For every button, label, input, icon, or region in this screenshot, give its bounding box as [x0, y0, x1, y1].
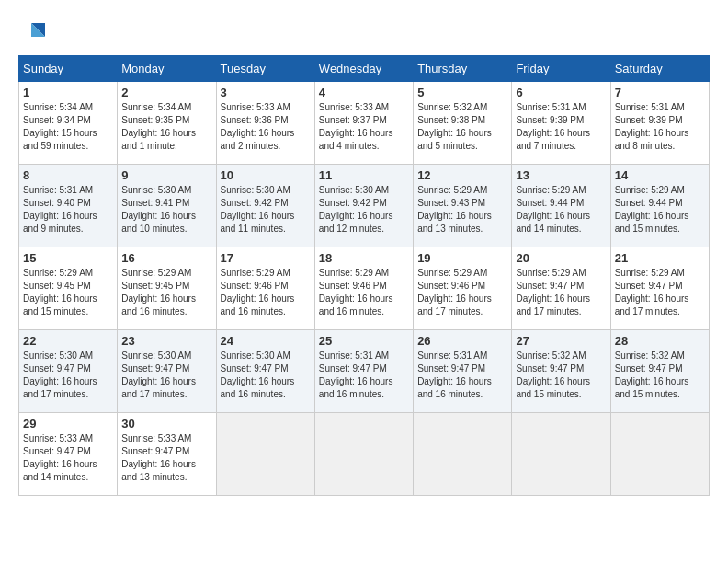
calendar-cell: 17 Sunrise: 5:29 AM Sunset: 9:46 PM Dayl… — [216, 247, 314, 330]
calendar-cell: 22 Sunrise: 5:30 AM Sunset: 9:47 PM Dayl… — [19, 330, 118, 413]
day-info: Sunrise: 5:32 AM Sunset: 9:47 PM Dayligh… — [615, 350, 705, 401]
day-info: Sunrise: 5:33 AM Sunset: 9:47 PM Dayligh… — [23, 432, 113, 484]
day-info: Sunrise: 5:29 AM Sunset: 9:44 PM Dayligh… — [615, 184, 705, 236]
calendar-cell: 7 Sunrise: 5:31 AM Sunset: 9:39 PM Dayli… — [610, 82, 709, 165]
day-number: 13 — [516, 168, 606, 182]
day-number: 18 — [319, 251, 409, 265]
calendar-cell — [610, 413, 709, 496]
logo — [18, 18, 50, 46]
page-header — [18, 18, 710, 46]
logo-icon — [22, 18, 50, 46]
day-number: 24 — [221, 334, 311, 348]
calendar-cell — [512, 413, 610, 496]
day-number: 23 — [121, 334, 211, 348]
day-info: Sunrise: 5:29 AM Sunset: 9:46 PM Dayligh… — [221, 267, 311, 318]
day-info: Sunrise: 5:29 AM Sunset: 9:47 PM Dayligh… — [516, 267, 606, 318]
day-number: 20 — [516, 251, 606, 265]
day-number: 3 — [221, 86, 311, 99]
calendar-cell: 6 Sunrise: 5:31 AM Sunset: 9:39 PM Dayli… — [512, 82, 610, 165]
day-info: Sunrise: 5:29 AM Sunset: 9:46 PM Dayligh… — [417, 267, 507, 318]
calendar-cell — [216, 413, 314, 496]
day-number: 25 — [319, 334, 409, 348]
day-info: Sunrise: 5:31 AM Sunset: 9:40 PM Dayligh… — [23, 184, 113, 236]
day-number: 1 — [23, 86, 113, 99]
day-number: 5 — [417, 86, 507, 99]
day-info: Sunrise: 5:33 AM Sunset: 9:47 PM Dayligh… — [121, 432, 211, 484]
calendar-cell: 12 Sunrise: 5:29 AM Sunset: 9:43 PM Dayl… — [414, 165, 512, 247]
day-number: 15 — [23, 251, 113, 265]
day-info: Sunrise: 5:31 AM Sunset: 9:47 PM Dayligh… — [319, 350, 409, 401]
day-info: Sunrise: 5:30 AM Sunset: 9:41 PM Dayligh… — [121, 184, 211, 236]
calendar-week-row: 8 Sunrise: 5:31 AM Sunset: 9:40 PM Dayli… — [19, 165, 710, 247]
day-info: Sunrise: 5:31 AM Sunset: 9:39 PM Dayligh… — [615, 101, 705, 153]
day-info: Sunrise: 5:30 AM Sunset: 9:47 PM Dayligh… — [121, 350, 211, 401]
calendar-cell: 14 Sunrise: 5:29 AM Sunset: 9:44 PM Dayl… — [610, 165, 709, 247]
calendar-cell — [414, 413, 512, 496]
calendar-cell: 29 Sunrise: 5:33 AM Sunset: 9:47 PM Dayl… — [19, 413, 118, 496]
day-info: Sunrise: 5:34 AM Sunset: 9:34 PM Dayligh… — [23, 101, 113, 153]
calendar-cell: 26 Sunrise: 5:31 AM Sunset: 9:47 PM Dayl… — [414, 330, 512, 413]
header-thursday: Thursday — [414, 56, 512, 82]
day-number: 22 — [23, 334, 113, 348]
calendar-cell: 20 Sunrise: 5:29 AM Sunset: 9:47 PM Dayl… — [512, 247, 610, 330]
day-info: Sunrise: 5:29 AM Sunset: 9:47 PM Dayligh… — [615, 267, 705, 318]
day-number: 28 — [615, 334, 705, 348]
calendar-cell: 30 Sunrise: 5:33 AM Sunset: 9:47 PM Dayl… — [118, 413, 216, 496]
calendar-cell: 27 Sunrise: 5:32 AM Sunset: 9:47 PM Dayl… — [512, 330, 610, 413]
calendar-cell: 5 Sunrise: 5:32 AM Sunset: 9:38 PM Dayli… — [414, 82, 512, 165]
header-saturday: Saturday — [610, 56, 709, 82]
calendar-cell: 25 Sunrise: 5:31 AM Sunset: 9:47 PM Dayl… — [314, 330, 413, 413]
calendar-cell: 11 Sunrise: 5:30 AM Sunset: 9:42 PM Dayl… — [314, 165, 413, 247]
calendar-week-row: 29 Sunrise: 5:33 AM Sunset: 9:47 PM Dayl… — [19, 413, 710, 496]
day-number: 2 — [121, 86, 211, 99]
header-monday: Monday — [118, 56, 216, 82]
day-number: 17 — [221, 251, 311, 265]
day-number: 7 — [615, 86, 705, 99]
day-number: 14 — [615, 168, 705, 182]
calendar-cell: 1 Sunrise: 5:34 AM Sunset: 9:34 PM Dayli… — [19, 82, 118, 165]
day-info: Sunrise: 5:30 AM Sunset: 9:42 PM Dayligh… — [221, 184, 311, 236]
day-number: 4 — [319, 86, 409, 99]
header-wednesday: Wednesday — [314, 56, 413, 82]
day-info: Sunrise: 5:31 AM Sunset: 9:47 PM Dayligh… — [417, 350, 507, 401]
day-info: Sunrise: 5:33 AM Sunset: 9:37 PM Dayligh… — [319, 101, 409, 153]
day-number: 19 — [417, 251, 507, 265]
calendar-cell: 13 Sunrise: 5:29 AM Sunset: 9:44 PM Dayl… — [512, 165, 610, 247]
day-info: Sunrise: 5:31 AM Sunset: 9:39 PM Dayligh… — [516, 101, 606, 153]
day-info: Sunrise: 5:29 AM Sunset: 9:46 PM Dayligh… — [319, 267, 409, 318]
day-number: 6 — [516, 86, 606, 99]
day-number: 26 — [417, 334, 507, 348]
calendar-header-row: SundayMondayTuesdayWednesdayThursdayFrid… — [19, 56, 710, 82]
day-number: 9 — [121, 168, 211, 182]
calendar-cell: 23 Sunrise: 5:30 AM Sunset: 9:47 PM Dayl… — [118, 330, 216, 413]
day-number: 12 — [417, 168, 507, 182]
day-number: 27 — [516, 334, 606, 348]
calendar-cell — [314, 413, 413, 496]
day-number: 10 — [221, 168, 311, 182]
day-number: 30 — [121, 417, 211, 431]
day-number: 8 — [23, 168, 113, 182]
day-number: 16 — [121, 251, 211, 265]
calendar-cell: 9 Sunrise: 5:30 AM Sunset: 9:41 PM Dayli… — [118, 165, 216, 247]
header-friday: Friday — [512, 56, 610, 82]
day-info: Sunrise: 5:30 AM Sunset: 9:47 PM Dayligh… — [221, 350, 311, 401]
calendar-cell: 2 Sunrise: 5:34 AM Sunset: 9:35 PM Dayli… — [118, 82, 216, 165]
calendar-cell: 10 Sunrise: 5:30 AM Sunset: 9:42 PM Dayl… — [216, 165, 314, 247]
header-sunday: Sunday — [19, 56, 118, 82]
day-info: Sunrise: 5:34 AM Sunset: 9:35 PM Dayligh… — [121, 101, 211, 153]
day-info: Sunrise: 5:29 AM Sunset: 9:43 PM Dayligh… — [417, 184, 507, 236]
day-number: 11 — [319, 168, 409, 182]
calendar-week-row: 1 Sunrise: 5:34 AM Sunset: 9:34 PM Dayli… — [19, 82, 710, 165]
calendar-cell: 16 Sunrise: 5:29 AM Sunset: 9:45 PM Dayl… — [118, 247, 216, 330]
day-info: Sunrise: 5:30 AM Sunset: 9:47 PM Dayligh… — [23, 350, 113, 401]
day-info: Sunrise: 5:33 AM Sunset: 9:36 PM Dayligh… — [221, 101, 311, 153]
calendar-week-row: 15 Sunrise: 5:29 AM Sunset: 9:45 PM Dayl… — [19, 247, 710, 330]
day-info: Sunrise: 5:32 AM Sunset: 9:47 PM Dayligh… — [516, 350, 606, 401]
day-info: Sunrise: 5:29 AM Sunset: 9:45 PM Dayligh… — [23, 267, 113, 318]
calendar-body: 1 Sunrise: 5:34 AM Sunset: 9:34 PM Dayli… — [19, 82, 710, 496]
calendar-week-row: 22 Sunrise: 5:30 AM Sunset: 9:47 PM Dayl… — [19, 330, 710, 413]
calendar-table: SundayMondayTuesdayWednesdayThursdayFrid… — [18, 55, 710, 496]
calendar-cell: 19 Sunrise: 5:29 AM Sunset: 9:46 PM Dayl… — [414, 247, 512, 330]
calendar-cell: 24 Sunrise: 5:30 AM Sunset: 9:47 PM Dayl… — [216, 330, 314, 413]
calendar-cell: 4 Sunrise: 5:33 AM Sunset: 9:37 PM Dayli… — [314, 82, 413, 165]
